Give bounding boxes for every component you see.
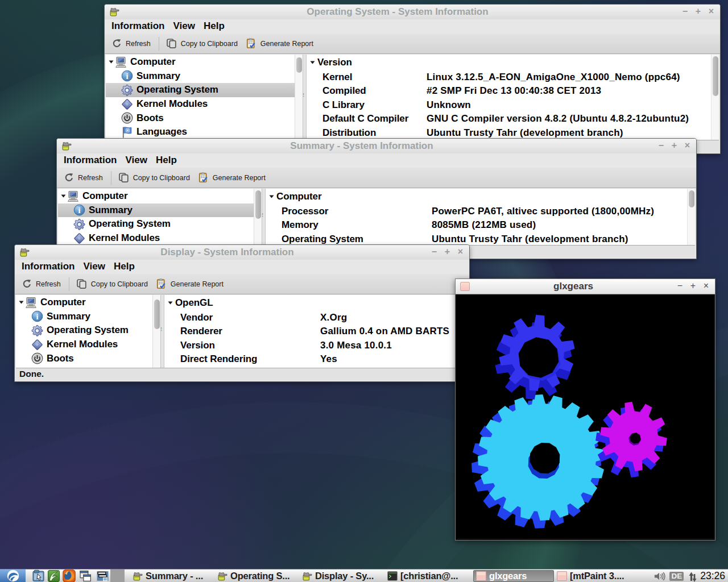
- svg-text:i: i: [36, 312, 38, 321]
- svg-text:i: i: [78, 206, 80, 215]
- svg-text:i: i: [126, 72, 128, 81]
